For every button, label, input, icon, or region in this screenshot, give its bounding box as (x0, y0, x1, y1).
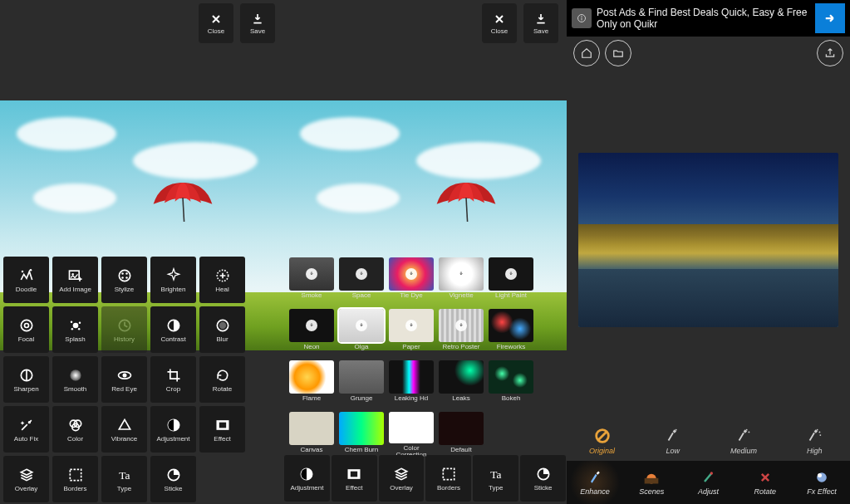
tool-adjustment[interactable]: Adjustment (284, 455, 330, 502)
tab-enhance[interactable]: Enhance (567, 461, 623, 504)
effect-label: Bokeh (502, 395, 521, 402)
save-button[interactable]: Save (523, 3, 558, 43)
tool-red-eye[interactable]: Red Eye (101, 356, 147, 403)
svg-point-64 (818, 473, 822, 477)
tab-label: Fx Effect (807, 487, 837, 496)
level-medium[interactable]: Medium (709, 421, 779, 461)
adjustment-icon (165, 417, 182, 433)
tab-rotate[interactable]: Rotate (737, 461, 793, 504)
effect-paper[interactable]: Paper (389, 309, 434, 355)
tool-type[interactable]: TaType (101, 456, 147, 502)
share-button[interactable] (817, 40, 843, 66)
tool-rotate[interactable]: Rotate (199, 356, 245, 403)
effect-label: Space (352, 292, 371, 299)
close-button[interactable]: Close (199, 3, 233, 43)
overlay-icon (393, 466, 410, 482)
effect-default[interactable]: Default (439, 412, 484, 458)
effect-thumb (339, 309, 384, 342)
stylize-icon (116, 267, 133, 284)
save-label: Save (250, 27, 265, 35)
tool-smooth[interactable]: Smooth (52, 356, 98, 403)
tool-label: Auto Fix (14, 436, 38, 443)
tool-effect[interactable]: Effect (199, 406, 245, 453)
tool-auto-fix[interactable]: Auto Fix (3, 406, 49, 453)
tab-adjust[interactable]: Adjust (680, 461, 736, 504)
tool-blur[interactable]: Blur (199, 306, 245, 353)
effect-smoke[interactable]: Smoke (289, 257, 334, 304)
download-badge-icon (455, 320, 467, 331)
tool-sharpen[interactable]: Sharpen (3, 356, 49, 403)
tool-add-image[interactable]: Add Image (52, 257, 98, 303)
effect-bokeh[interactable]: Bokeh (489, 360, 533, 407)
level-high[interactable]: High (779, 421, 850, 461)
effect-icon (214, 417, 231, 433)
tool-label: Adjustment (290, 485, 323, 492)
tab-scenes[interactable]: Scenes (623, 461, 680, 504)
tool-grid: DoodleAdd ImageStylizeBrightenHealFocalS… (0, 255, 283, 504)
sticker-icon (535, 466, 552, 482)
tool-adjustment[interactable]: Adjustment (150, 406, 196, 453)
tool-sticker[interactable]: Sticke (150, 456, 196, 502)
level-low[interactable]: Low (637, 421, 708, 461)
svg-point-11 (21, 320, 32, 330)
effect-leaks[interactable]: Leaks (439, 360, 484, 407)
effect-thumb (439, 257, 484, 291)
tool-color[interactable]: Color (52, 406, 98, 453)
editor-panel-effects: Close Save SmokeSpaceTie DyeVignetteLigh… (283, 0, 567, 504)
svg-point-2 (29, 269, 32, 272)
tab-label: Enhance (580, 487, 610, 496)
bottom-tabs: EnhanceScenesAdjustRotateFx Effect (567, 461, 850, 504)
tool-label: Borders (437, 485, 460, 492)
effect-neon[interactable]: Neon (289, 309, 334, 355)
effect-olga[interactable]: Olga (339, 309, 384, 355)
svg-point-23 (70, 369, 81, 380)
tool-overlay[interactable]: Overlay (3, 456, 49, 502)
tool-brighten[interactable]: Brighten (150, 257, 196, 303)
download-badge-icon (306, 268, 317, 280)
effect-vignette[interactable]: Vignette (439, 257, 484, 304)
svg-point-21 (219, 321, 225, 328)
home-button[interactable] (573, 40, 600, 66)
tool-vibrance[interactable]: Vibrance (101, 406, 147, 453)
close-button[interactable]: Close (482, 3, 517, 43)
effect-light-paint[interactable]: Light Paint (489, 257, 533, 304)
svg-line-0 (183, 198, 184, 222)
effect-canvas[interactable]: Canvas (289, 412, 334, 458)
level-original[interactable]: Original (567, 421, 637, 461)
effect-grunge[interactable]: Grunge (339, 360, 384, 407)
contrast-icon (165, 317, 182, 334)
tool-borders[interactable]: Borders (52, 456, 98, 502)
auto-fix-icon (18, 417, 35, 433)
tool-overlay[interactable]: Overlay (379, 455, 425, 502)
effect-chem-burn[interactable]: Chem Burn (339, 412, 384, 458)
download-badge-icon (306, 320, 317, 331)
effect-color-correction[interactable]: Color Correction (389, 412, 434, 458)
scenes-icon (643, 469, 660, 486)
effect-space[interactable]: Space (339, 257, 384, 304)
effect-leaking-hd[interactable]: Leaking Hd (389, 360, 434, 407)
tool-contrast[interactable]: Contrast (150, 306, 196, 353)
tool-borders[interactable]: Borders (425, 455, 471, 502)
tool-doodle[interactable]: Doodle (3, 257, 49, 303)
effect-retro-poster[interactable]: Retro Poster (439, 309, 484, 355)
effect-tie-dye[interactable]: Tie Dye (389, 257, 434, 304)
ad-banner[interactable]: Post Ads & Find Best Deals Quick, Easy &… (567, 0, 850, 37)
tool-stylize[interactable]: Stylize (101, 257, 147, 303)
svg-point-57 (817, 429, 818, 431)
folder-icon (612, 47, 624, 59)
save-button[interactable]: Save (240, 3, 275, 43)
effect-fireworks[interactable]: Fireworks (489, 309, 533, 355)
ad-go-button[interactable] (815, 3, 845, 33)
tool-type[interactable]: TaType (473, 455, 518, 502)
open-button[interactable] (605, 40, 631, 66)
effect-flame[interactable]: Flame (289, 360, 334, 407)
svg-point-59 (820, 434, 822, 436)
tool-effect[interactable]: Effect (332, 455, 377, 502)
tab-fx-effect[interactable]: Fx Effect (793, 461, 850, 504)
tool-focal[interactable]: Focal (3, 306, 49, 353)
tool-sticker[interactable]: Sticke (520, 455, 566, 502)
svg-point-54 (676, 429, 677, 431)
tool-heal[interactable]: Heal (199, 257, 245, 303)
tool-crop[interactable]: Crop (150, 356, 196, 403)
tool-splash[interactable]: Splash (52, 306, 98, 353)
